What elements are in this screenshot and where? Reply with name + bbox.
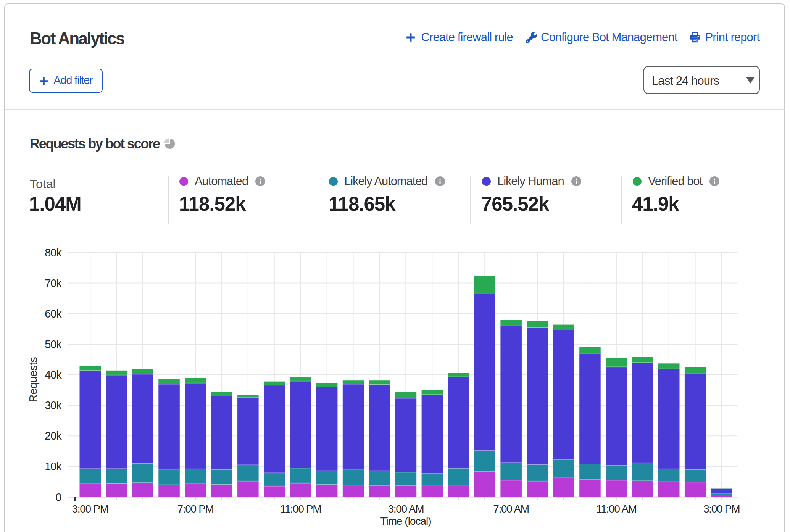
svg-text:3:00 PM: 3:00 PM [72, 503, 108, 515]
svg-text:11:00 PM: 11:00 PM [280, 503, 321, 515]
svg-text:70k: 70k [45, 277, 62, 289]
svg-text:10k: 10k [45, 460, 62, 472]
svg-text:7:00 AM: 7:00 AM [493, 503, 529, 515]
svg-text:50k: 50k [45, 338, 62, 350]
svg-text:40k: 40k [45, 369, 62, 381]
svg-text:3:00 AM: 3:00 AM [388, 503, 424, 515]
svg-text:Requests: Requests [27, 357, 39, 403]
svg-text:7:00 PM: 7:00 PM [177, 503, 213, 515]
svg-text:11:00 AM: 11:00 AM [596, 503, 637, 515]
svg-text:60k: 60k [45, 308, 62, 320]
svg-text:30k: 30k [45, 399, 62, 411]
svg-text:20k: 20k [45, 430, 62, 442]
svg-text:0: 0 [56, 491, 61, 503]
svg-text:Time (local): Time (local) [380, 515, 431, 527]
svg-text:80k: 80k [45, 247, 62, 259]
svg-text:3:00 PM: 3:00 PM [703, 503, 740, 515]
